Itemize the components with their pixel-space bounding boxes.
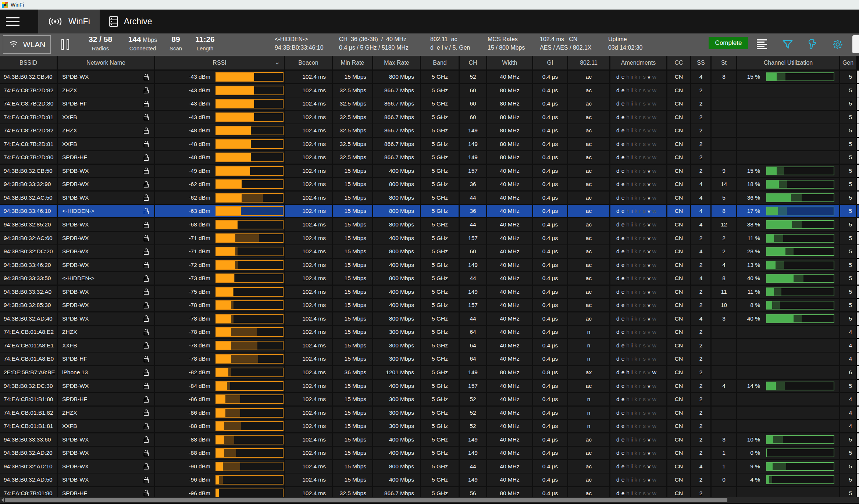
- amendment-letter: d: [616, 221, 620, 228]
- amendment-letter: s: [643, 127, 646, 134]
- tab-archive[interactable]: Archive: [100, 10, 162, 33]
- rssi-bar-fill: [216, 180, 242, 188]
- channel-utilization-bar: [766, 220, 834, 229]
- table-row[interactable]: 94:3B:B0:33:32:90SPDB-WX-62 dBm102.4 ms1…: [0, 178, 859, 190]
- horizontal-scrollbar-thumb[interactable]: [5, 498, 727, 502]
- tab-winfi[interactable]: WinFi: [38, 10, 100, 33]
- table-row[interactable]: 74:EA:C8:7B:2D:81XXFB-43 dBm102.4 ms32.5…: [0, 111, 859, 124]
- table-row[interactable]: 94:3B:B0:32:AC:60SPDB-WX-71 dBm102.4 ms1…: [0, 232, 859, 244]
- channel-utilization-bar: [766, 301, 834, 310]
- table-row[interactable]: 94:3B:B0:32:DC:20SPDB-WX-71 dBm102.4 ms1…: [0, 245, 859, 258]
- table-row[interactable]: 74:EA:CB:01:B1:81XXFB-88 dBm102.4 ms15 M…: [0, 420, 859, 432]
- table-row[interactable]: 94:3B:B0:33:33:60SPDB-WX-88 dBm102.4 ms1…: [0, 433, 859, 446]
- table-row[interactable]: 74:EA:CB:01:A8:E1XXFB-78 dBm102.4 ms15 M…: [0, 339, 859, 352]
- cell-gen: 5: [840, 299, 856, 311]
- table-row[interactable]: 94:3B:B0:32:AD:50SPDB-WX-96 dBm102.4 ms1…: [0, 473, 859, 486]
- table-row[interactable]: 74:EA:CB:01:B1:82ZHZX-86 dBm102.4 ms15 M…: [0, 407, 859, 419]
- table-row[interactable]: 74:EA:C8:7B:2D:80SPDB-HF-43 dBm102.4 ms3…: [0, 97, 859, 110]
- table-row[interactable]: 74:EA:C8:7B:2D:80SPDB-HF-48 dBm102.4 ms3…: [0, 151, 859, 164]
- cell-ss: 2: [691, 420, 710, 432]
- table-row[interactable]: 94:3B:B0:32:85:30SPDB-WX-78 dBm102.4 ms1…: [0, 299, 859, 311]
- amendment-letter: i: [631, 289, 632, 295]
- table-row[interactable]: 74:EA:C8:7B:2D:81XXFB-48 dBm102.4 ms32.5…: [0, 138, 859, 150]
- cell-amendments: dehikrsvw: [610, 178, 666, 190]
- window-title: WinFi: [11, 2, 24, 8]
- column-header-rssi[interactable]: RSSI⌄: [155, 56, 284, 69]
- table-row[interactable]: 94:3B:B0:33:46:20SPDB-WX-72 dBm102.4 ms1…: [0, 259, 859, 271]
- amendment-letter: s: [643, 87, 646, 94]
- table-row[interactable]: 2E:DE:5B:B7:A8:BEiPhone 13-82 dBm102.4 m…: [0, 366, 859, 379]
- table-row[interactable]: 94:3B:B0:32:DC:30SPDB-WX-84 dBm102.4 ms1…: [0, 380, 859, 392]
- table-row[interactable]: 94:3B:B0:32:AC:50SPDB-WX-62 dBm102.4 ms1…: [0, 192, 859, 204]
- table-row[interactable]: 94:3B:B0:32:CB:50SPDB-WX-49 dBm102.4 ms1…: [0, 165, 859, 177]
- column-header-beacon[interactable]: Beacon: [285, 56, 332, 69]
- scroll-left-arrow-icon[interactable]: [1, 498, 4, 502]
- complete-button[interactable]: Complete: [709, 37, 748, 49]
- channel-utilization-bar: [766, 180, 834, 189]
- column-header-ss[interactable]: SS: [691, 56, 710, 69]
- table-row[interactable]: 94:3B:B0:32:85:20SPDB-WX-68 dBm102.4 ms1…: [0, 218, 859, 231]
- table-row[interactable]: 94:3B:B0:32:AD:40SPDB-WX-78 dBm102.4 ms1…: [0, 312, 859, 325]
- column-header-st[interactable]: St: [712, 56, 736, 69]
- column-header-name[interactable]: Network Name: [58, 56, 154, 69]
- rssi-value: -43 dBm: [155, 74, 210, 80]
- table-row[interactable]: 94:3B:B0:32:AD:10SPDB-WX-90 dBm102.4 ms1…: [0, 460, 859, 473]
- selected-security-info: 102.4 ms CN AES / AES / 802.1X: [540, 36, 592, 51]
- amendment-letter: s: [643, 221, 646, 228]
- column-header-std[interactable]: 802.11: [568, 56, 609, 69]
- wlan-adapter-button[interactable]: WLAN: [3, 35, 51, 54]
- rssi-value: -72 dBm: [155, 262, 210, 268]
- hamburger-menu-icon[interactable]: [0, 10, 38, 33]
- cell-width: 80 MHz: [487, 97, 532, 110]
- table-row[interactable]: 74:EA:CB:01:B1:80SPDB-HF-86 dBm102.4 ms1…: [0, 393, 859, 405]
- table-row[interactable]: 74:EA:CB:01:A8:E2ZHZX-78 dBm102.4 ms15 M…: [0, 326, 859, 338]
- cell-std: ac: [568, 380, 609, 392]
- column-header-cu[interactable]: Channel Utilization: [737, 56, 839, 69]
- column-header-band[interactable]: Band: [421, 56, 459, 69]
- cell-gen: 5: [840, 473, 856, 486]
- cell-cc: CN: [667, 380, 690, 392]
- wrench-icon[interactable]: [808, 39, 819, 51]
- cell-max-rate: 800 Mbps: [373, 178, 420, 190]
- table-row[interactable]: 94:3B:B0:33:46:10<-HIDDEN->-63 dBm102.4 …: [0, 205, 859, 217]
- column-header-gi[interactable]: GI: [533, 56, 567, 69]
- pause-scan-button[interactable]: [61, 39, 69, 50]
- cell-beacon: 102.4 ms: [285, 84, 332, 97]
- table-row[interactable]: 94:3B:B0:32:CB:40SPDB-WX-43 dBm102.4 ms1…: [0, 71, 859, 83]
- amendment-letter: v: [648, 329, 651, 335]
- table-row[interactable]: 94:3B:B0:33:33:50<-HIDDEN->-73 dBm102.4 …: [0, 272, 859, 285]
- table-row[interactable]: 74:EA:CB:01:A8:E0SPDB-HF-78 dBm102.4 ms1…: [0, 353, 859, 365]
- rssi-sort-chevron-icon[interactable]: ⌄: [274, 58, 280, 66]
- table-row[interactable]: 94:3B:B0:32:AD:20SPDB-WX-88 dBm102.4 ms1…: [0, 447, 859, 459]
- column-header-min-rate[interactable]: Min Rate: [333, 56, 372, 69]
- cell-ch: 149: [460, 259, 486, 271]
- column-header-bssid[interactable]: BSSID: [0, 56, 57, 69]
- column-header-cc[interactable]: CC: [667, 56, 690, 69]
- lines-icon[interactable]: [757, 39, 767, 49]
- cell-rssi: -88 dBm: [155, 447, 284, 459]
- amendment-letter: k: [634, 463, 637, 470]
- cell-name: SPDB-HF: [58, 151, 154, 164]
- partial-toolbar-button[interactable]: [852, 35, 859, 53]
- table-row[interactable]: 74:EA:C8:7B:2D:82ZHZX-48 dBm102.4 ms32.5…: [0, 124, 859, 137]
- column-header-ch[interactable]: CH: [460, 56, 486, 69]
- table-row[interactable]: 74:EA:C8:7B:01:80SPDB-HF-96 dBm102.4 ms3…: [0, 487, 859, 497]
- cell-band: 5 GHz: [421, 487, 459, 497]
- column-header-amendments[interactable]: Amendments: [610, 56, 666, 69]
- horizontal-scrollbar[interactable]: [0, 497, 859, 503]
- table-row[interactable]: 74:EA:C8:7B:2D:82ZHZX-43 dBm102.4 ms32.5…: [0, 84, 859, 97]
- column-header-max-rate[interactable]: Max Rate: [373, 56, 420, 69]
- amendment-letter: d: [616, 476, 620, 483]
- gear-icon[interactable]: [832, 39, 844, 52]
- column-header-width[interactable]: Width: [487, 56, 532, 69]
- cell-gi: 0.4 µs: [533, 205, 567, 217]
- amendment-letter: w: [652, 289, 656, 295]
- table-row[interactable]: 94:3B:B0:33:32:A0SPDB-WX-75 dBm102.4 ms1…: [0, 286, 859, 298]
- cell-width: 40 MHz: [487, 192, 532, 204]
- cell-gi: 0.8 µs: [533, 366, 567, 379]
- filter-icon[interactable]: [782, 39, 794, 52]
- column-header-gen[interactable]: Gen: [840, 56, 856, 69]
- amendment-letter: s: [643, 114, 646, 121]
- table-header-row: BSSIDNetwork NameRSSI⌄BeaconMin RateMax …: [0, 56, 859, 69]
- cell-rssi: -96 dBm: [155, 487, 284, 497]
